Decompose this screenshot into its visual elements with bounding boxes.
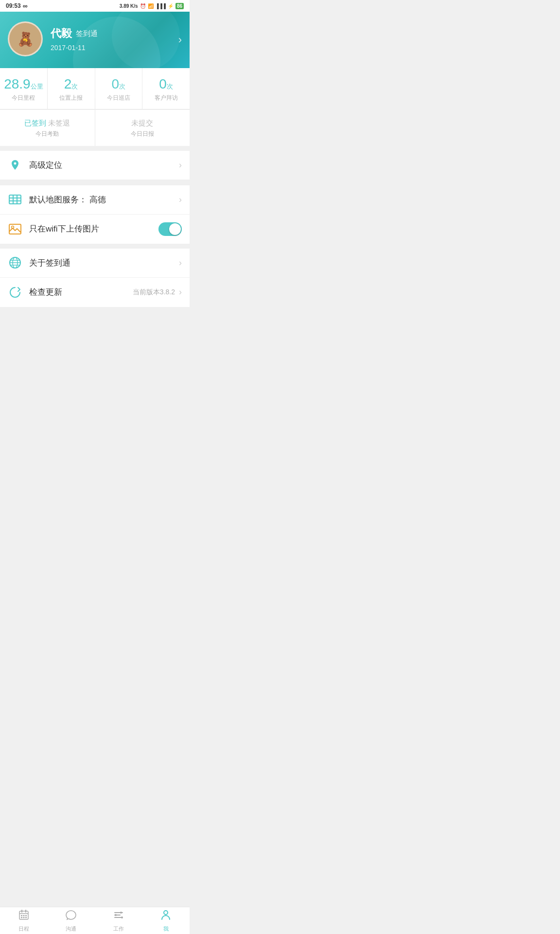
wifi-upload-toggle[interactable] [158,222,182,236]
stat-distance-value: 28.9 [4,76,31,91]
menu-item-about[interactable]: 关于签到通 › [0,249,190,278]
header-info: 代毅 签到通 2017-01-11 [51,26,182,52]
stat-visit-value: 0 [159,76,167,91]
map-icon [8,192,22,207]
app-name: 签到通 [76,29,98,38]
signed-status: 已签到 [24,119,46,127]
charging-icon: ⚡ [168,3,174,9]
report-label: 今日日报 [99,130,186,138]
about-chevron-icon: › [179,258,182,268]
avatar-image: 🧸 [9,23,41,55]
toggle-knob [169,223,181,235]
wifi-upload-label: 只在wifi下上传图片 [29,223,158,234]
attendance-report: 未提交 今日日报 [95,110,190,146]
battery-level: 86 [175,3,184,9]
stat-visit-unit: 次 [167,83,173,90]
attendance-checkin: 已签到 未签退 今日考勤 [0,110,95,146]
svg-rect-0 [9,195,21,204]
menu-item-wifi-upload[interactable]: 只在wifi下上传图片 [0,215,190,244]
about-label: 关于签到通 [29,257,179,269]
header-banner[interactable]: 🧸 代毅 签到通 2017-01-11 › [0,12,190,68]
avatar: 🧸 [8,21,43,56]
update-icon [8,285,22,300]
stat-visit-label: 客户拜访 [146,94,186,102]
update-version: 当前版本3.8.2 [133,288,175,297]
report-status: 未提交 [99,119,186,128]
stat-report-label: 位置上报 [52,94,91,102]
header-date: 2017-01-11 [51,44,182,52]
attendance-label: 今日考勤 [4,130,91,138]
stat-report-value: 2 [64,76,72,91]
menu-section-1: 高级定位 › 默认地图服务： 高德 › [0,151,190,244]
section-divider-1 [0,146,190,151]
location-chevron-icon: › [179,160,182,170]
status-left: 09:53 ∞ [6,2,28,10]
infinity-icon: ∞ [23,2,28,10]
menu-item-map[interactable]: 默认地图服务： 高德 › [0,185,190,215]
map-chevron-icon: › [179,195,182,205]
location-label: 高级定位 [29,160,179,171]
header-name: 代毅 签到通 [51,26,182,41]
globe-icon [8,255,22,270]
section-divider-3 [0,244,190,249]
attendance-section: 已签到 未签退 今日考勤 未提交 今日日报 [0,110,190,146]
menu-item-update[interactable]: 检查更新 当前版本3.8.2 › [0,278,190,307]
update-chevron-icon: › [179,287,182,297]
image-icon [8,222,22,236]
section-divider-2 [0,180,190,185]
stat-distance-unit: 公里 [31,83,43,90]
stat-report-unit: 次 [71,83,78,90]
map-label: 默认地图服务： 高德 [29,194,179,205]
location-icon [8,158,22,172]
header-chevron-icon[interactable]: › [178,34,182,46]
status-time: 09:53 [6,2,21,9]
not-signed-out-text: 未签退 [48,119,70,127]
stat-distance-label: 今日里程 [4,94,43,102]
update-label: 检查更新 [29,287,133,298]
stat-distance: 28.9公里 今日里程 [0,68,48,109]
attendance-status-row: 已签到 未签退 [4,119,91,128]
menu-section-2: 关于签到通 › 检查更新 当前版本3.8.2 › [0,249,190,307]
menu-item-location[interactable]: 高级定位 › [0,151,190,180]
user-name: 代毅 [51,26,72,41]
